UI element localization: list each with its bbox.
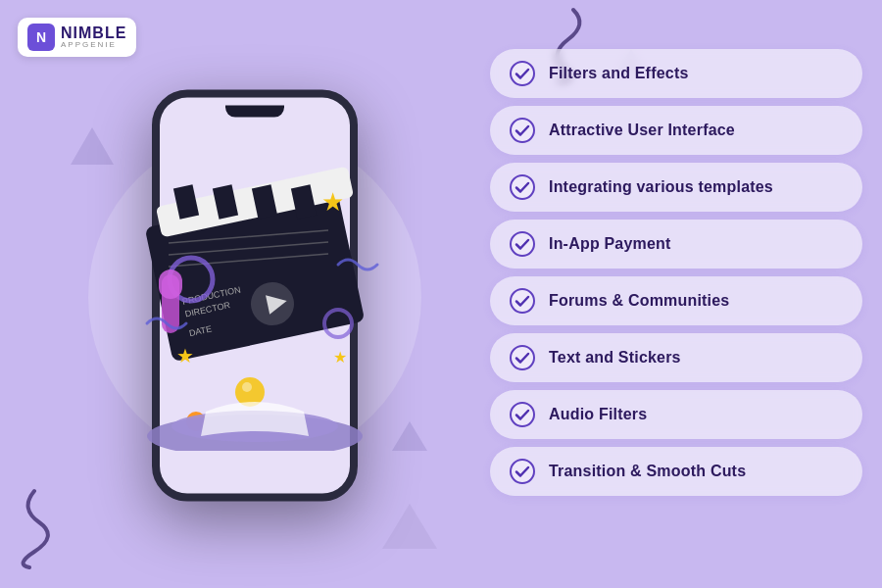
check-icon-text-stickers: [510, 345, 535, 370]
svg-point-26: [511, 62, 534, 85]
svg-point-33: [511, 460, 534, 483]
feature-label-filters-effects: Filters and Effects: [549, 65, 689, 82]
feature-label-text-stickers: Text and Stickers: [549, 349, 681, 367]
features-panel: Filters and Effects Attractive User Inte…: [490, 49, 862, 496]
feature-item-forums-communities: Forums & Communities: [490, 276, 862, 325]
feature-label-transition-cuts: Transition & Smooth Cuts: [549, 463, 746, 480]
logo-icon: N: [27, 24, 55, 51]
logo-tagline: APPGENIE: [61, 41, 126, 49]
feature-label-integrating-templates: Integrating various templates: [549, 178, 773, 196]
logo-text: NIMBLE APPGENIE: [61, 25, 126, 49]
feature-item-filters-effects: Filters and Effects: [490, 49, 862, 98]
check-icon-integrating-templates: [510, 174, 535, 200]
feature-label-forums-communities: Forums & Communities: [549, 292, 729, 310]
feature-label-attractive-ui: Attractive User Interface: [549, 122, 735, 139]
phone-area: PRODUCTION DIRECTOR DATE ★ ★ ★: [39, 49, 470, 559]
check-icon-transition-cuts: [510, 459, 535, 484]
svg-point-30: [511, 289, 534, 313]
feature-item-audio-filters: Audio Filters: [490, 390, 862, 439]
svg-rect-20: [159, 270, 182, 299]
feature-item-attractive-ui: Attractive User Interface: [490, 106, 862, 155]
feature-item-inapp-payment: In-App Payment: [490, 220, 862, 269]
svg-point-32: [511, 403, 534, 426]
logo-name: NIMBLE: [61, 25, 126, 41]
clapper-illustration: PRODUCTION DIRECTOR DATE ★ ★ ★: [98, 98, 412, 451]
feature-label-audio-filters: Audio Filters: [549, 406, 647, 423]
check-icon-forums-communities: [510, 288, 535, 314]
check-icon-inapp-payment: [510, 231, 535, 257]
feature-item-integrating-templates: Integrating various templates: [490, 163, 862, 212]
svg-point-28: [511, 175, 534, 199]
svg-text:★: ★: [333, 349, 347, 366]
svg-point-27: [511, 119, 534, 142]
check-icon-filters-effects: [510, 61, 535, 86]
svg-point-22: [242, 382, 252, 392]
logo: N NIMBLE APPGENIE: [18, 18, 136, 57]
check-icon-audio-filters: [510, 402, 535, 427]
svg-point-29: [511, 232, 534, 256]
feature-item-text-stickers: Text and Stickers: [490, 333, 862, 382]
svg-point-31: [511, 346, 534, 369]
svg-text:★: ★: [176, 345, 194, 367]
svg-text:★: ★: [321, 187, 344, 217]
check-icon-attractive-ui: [510, 118, 535, 143]
feature-item-transition-cuts: Transition & Smooth Cuts: [490, 447, 862, 496]
feature-label-inapp-payment: In-App Payment: [549, 235, 671, 253]
